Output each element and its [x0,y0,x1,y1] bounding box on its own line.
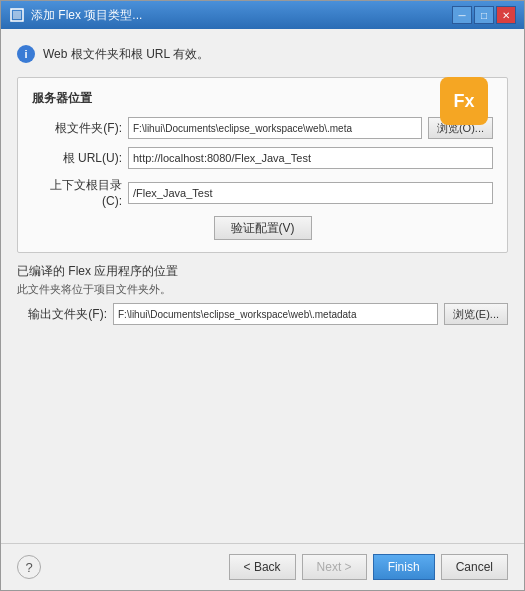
context-root-input[interactable]: /Flex_Java_Test [128,182,493,204]
close-button[interactable]: ✕ [496,6,516,24]
content-area: i Web 根文件夹和根 URL 有效。 Fx 服务器位置 根文件夹(F): F… [1,29,524,543]
back-button[interactable]: < Back [229,554,296,580]
root-url-label: 根 URL(U): [32,150,122,167]
server-section: 服务器位置 根文件夹(F): F:\lihui\Documents\eclips… [17,77,508,253]
title-bar: 添加 Flex 项目类型... ─ □ ✕ [1,1,524,29]
compiled-section-note: 此文件夹将位于项目文件夹外。 [17,282,508,297]
finish-button[interactable]: Finish [373,554,435,580]
help-button[interactable]: ? [17,555,41,579]
output-folder-browse-button[interactable]: 浏览(E)... [444,303,508,325]
svg-rect-1 [13,11,21,19]
root-folder-label: 根文件夹(F): [32,120,122,137]
bottom-bar: ? < Back Next > Finish Cancel [1,543,524,590]
validate-row: 验证配置(V) [32,216,493,240]
output-folder-label: 输出文件夹(F): [17,306,107,323]
window-controls: ─ □ ✕ [452,6,516,24]
cancel-button[interactable]: Cancel [441,554,508,580]
root-url-input[interactable]: http://localhost:8080/Flex_Java_Test [128,147,493,169]
minimize-button[interactable]: ─ [452,6,472,24]
root-folder-input[interactable]: F:\lihui\Documents\eclipse_workspace\web… [128,117,422,139]
info-message: Web 根文件夹和根 URL 有效。 [43,46,209,63]
window-title: 添加 Flex 项目类型... [31,7,452,24]
output-folder-input[interactable]: F:\lihui\Documents\eclipse_workspace\web… [113,303,438,325]
context-root-row: 上下文根目录(C): /Flex_Java_Test [32,177,493,208]
compiled-section-title: 已编译的 Flex 应用程序的位置 [17,263,508,280]
window-icon [9,7,25,23]
validate-button[interactable]: 验证配置(V) [214,216,312,240]
info-bar: i Web 根文件夹和根 URL 有效。 [17,41,209,67]
server-section-title: 服务器位置 [32,90,493,107]
fx-logo: Fx [440,77,488,125]
next-button[interactable]: Next > [302,554,367,580]
maximize-button[interactable]: □ [474,6,494,24]
compiled-section: 已编译的 Flex 应用程序的位置 此文件夹将位于项目文件夹外。 输出文件夹(F… [17,263,508,333]
output-folder-row: 输出文件夹(F): F:\lihui\Documents\eclipse_wor… [17,303,508,325]
root-url-row: 根 URL(U): http://localhost:8080/Flex_Jav… [32,147,493,169]
root-folder-row: 根文件夹(F): F:\lihui\Documents\eclipse_work… [32,117,493,139]
top-section: i Web 根文件夹和根 URL 有效。 Fx [17,41,508,67]
main-window: 添加 Flex 项目类型... ─ □ ✕ i Web 根文件夹和根 URL 有… [0,0,525,591]
info-icon: i [17,45,35,63]
context-root-label: 上下文根目录(C): [32,177,122,208]
